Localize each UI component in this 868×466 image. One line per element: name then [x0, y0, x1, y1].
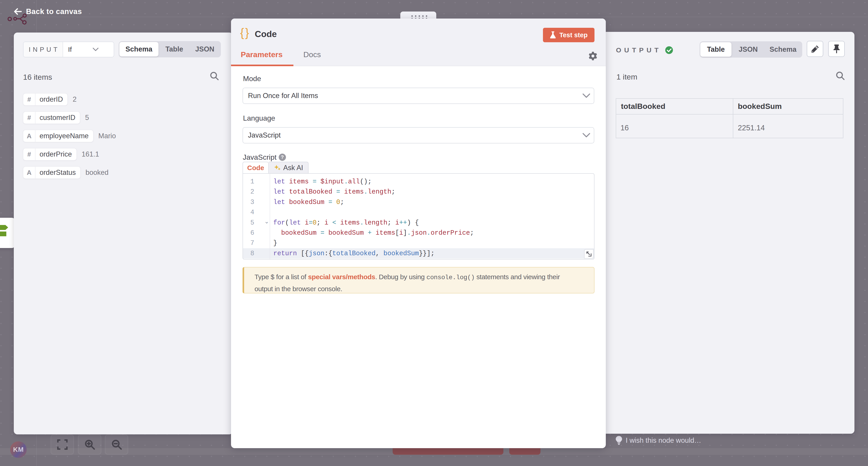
svg-text:?: ? [281, 154, 284, 160]
